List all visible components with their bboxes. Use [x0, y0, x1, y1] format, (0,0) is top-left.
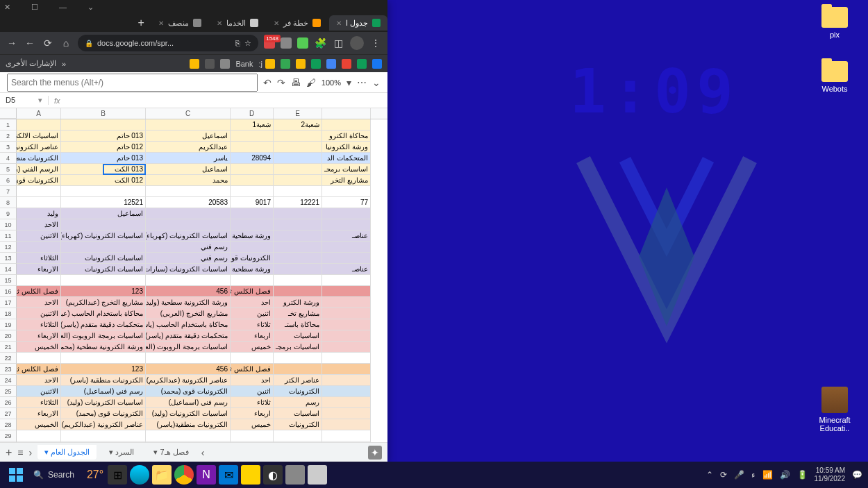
cell[interactable]	[17, 353, 61, 364]
cell[interactable]: الكترونيات منطقية(ياسر)	[146, 419, 231, 430]
cell[interactable]: 12521	[61, 197, 146, 208]
cell[interactable]: الاثنين	[17, 230, 61, 242]
edge-icon[interactable]	[130, 465, 149, 485]
tab-2[interactable]: خطة فر ✕	[267, 15, 328, 31]
row-header[interactable]: 17	[0, 297, 17, 308]
cell[interactable]	[322, 253, 371, 264]
cell[interactable]: اساسيات الكترونيات	[61, 264, 146, 275]
row-header[interactable]: 29	[0, 430, 17, 441]
cell[interactable]	[231, 275, 274, 286]
cell[interactable]: ورشة سطحية	[231, 230, 274, 242]
cell[interactable]	[274, 153, 322, 164]
cell[interactable]	[146, 275, 231, 286]
tab-nav-left[interactable]: ‹	[29, 447, 33, 458]
cell[interactable]	[231, 175, 274, 186]
cell[interactable]: الاثنين	[17, 386, 61, 397]
column-header[interactable]: C	[146, 108, 231, 119]
column-header[interactable]: E	[274, 108, 322, 119]
cell[interactable]	[17, 441, 61, 442]
bookmark[interactable]	[357, 59, 367, 69]
notifications-icon[interactable]: 💬	[852, 470, 862, 480]
cell[interactable]: الرسم الفني (يدوي)	[17, 164, 61, 175]
cell[interactable]: ثلاثاء	[231, 397, 274, 408]
cell[interactable]: ورشة الكترونيا	[322, 142, 371, 153]
reload-button[interactable]: ⟳	[42, 37, 54, 49]
row-header[interactable]: 13	[0, 253, 17, 264]
extension-icon[interactable]: 1548	[264, 37, 275, 49]
cell[interactable]	[17, 242, 61, 253]
cell[interactable]: اسماعيل	[61, 208, 146, 219]
cell[interactable]	[231, 131, 274, 142]
cell[interactable]: 123	[61, 286, 146, 297]
collapse-button[interactable]: ⌄	[372, 77, 381, 88]
cell[interactable]: اربعاء	[231, 408, 274, 419]
cell[interactable]: محمد	[146, 175, 231, 186]
row-header[interactable]: 21	[0, 342, 17, 353]
cell[interactable]: الخميس	[17, 342, 61, 353]
cell[interactable]	[17, 197, 61, 208]
spreadsheet-grid[interactable]: ABCDE 1شعبة1شعبة22اساسيات الالكترونيات01…	[0, 108, 387, 442]
cell[interactable]: عناصر الكتر	[274, 375, 322, 386]
cell[interactable]: الاربعاء	[17, 408, 61, 419]
row-header[interactable]: 27	[0, 408, 17, 419]
cell[interactable]: اساسيات الالكترونيات	[17, 131, 61, 142]
cell[interactable]: فصل الكلس ثر1	[17, 364, 61, 375]
sidepanel-button[interactable]: ◫	[332, 37, 344, 49]
cell[interactable]: اثنين	[231, 386, 274, 397]
cell[interactable]: 9017	[231, 197, 274, 208]
language-indicator[interactable]: ء	[751, 470, 756, 480]
cell[interactable]	[231, 242, 274, 253]
bookmark-bank[interactable]: Bank	[235, 60, 253, 68]
window-dropdown[interactable]: ⌄	[87, 3, 94, 12]
cell[interactable]: ورشة الكترونية سطحية (محمد)	[61, 342, 146, 353]
battery-icon[interactable]: 🔋	[797, 470, 808, 480]
cell[interactable]	[322, 297, 371, 308]
row-header[interactable]: 1	[0, 119, 17, 131]
more-button[interactable]: ⋯	[357, 77, 367, 88]
cell[interactable]: 012 حاتم	[61, 142, 146, 153]
row-header[interactable]: 22	[0, 353, 17, 364]
cell[interactable]	[322, 186, 371, 197]
new-tab-button[interactable]: +	[133, 17, 150, 29]
cell[interactable]: شعبة2	[274, 119, 322, 131]
cell[interactable]: اساسيات برمجة الروبوت (العربي)	[146, 342, 231, 353]
row-header[interactable]: 24	[0, 375, 17, 386]
cell[interactable]	[322, 286, 371, 297]
tab-sheets[interactable]: جدول ا ✕	[329, 15, 387, 31]
zoom-level[interactable]: 100%	[322, 78, 341, 87]
cell[interactable]	[17, 430, 61, 441]
cell[interactable]	[322, 219, 371, 230]
cell[interactable]: رسم فني	[146, 253, 231, 264]
paint-format-button[interactable]: 🖌	[306, 77, 316, 88]
cell[interactable]: محاكاة باستخدام الحاسب (عبدالكريم)	[61, 308, 146, 319]
column-header[interactable]	[322, 108, 371, 119]
cell[interactable]	[274, 186, 322, 197]
sheet-tab[interactable]: فصل هـ7 ▾	[147, 445, 195, 460]
cell[interactable]: ياسر	[146, 153, 231, 164]
row-header[interactable]: 15	[0, 275, 17, 286]
bookmarks-overflow[interactable]: الإشارات الأخرى	[6, 59, 56, 68]
cell[interactable]: الكترونيات قوى (محمد)	[61, 408, 146, 419]
bookmark[interactable]	[296, 59, 306, 69]
bookmark[interactable]	[220, 59, 230, 69]
cell[interactable]: 77	[322, 197, 371, 208]
row-header[interactable]: 30	[0, 441, 17, 442]
cell[interactable]: اسماعيل	[146, 164, 231, 175]
cell[interactable]: فصل الكلس ثر1	[17, 286, 61, 297]
cell[interactable]: اساسيات الكترونيات (كهرباء)	[61, 230, 146, 242]
extension-icon[interactable]	[297, 37, 308, 49]
cell[interactable]	[322, 308, 371, 319]
cell[interactable]: 12221	[274, 197, 322, 208]
extensions-button[interactable]: 🧩	[314, 37, 326, 49]
cell[interactable]	[146, 430, 231, 441]
back-button[interactable]: →	[6, 37, 18, 49]
cell[interactable]: خميس	[231, 342, 274, 353]
row-header[interactable]: 11	[0, 230, 17, 242]
cell[interactable]	[61, 219, 146, 230]
bookmark[interactable]: j:	[258, 59, 275, 69]
all-sheets-button[interactable]: ≡	[17, 447, 23, 458]
redo-button[interactable]: ↷	[277, 77, 285, 88]
cell[interactable]: الثلاثاء	[17, 397, 61, 408]
desktop-icon-pix[interactable]: pix	[814, 7, 856, 39]
cell[interactable]: اساسيات	[274, 408, 322, 419]
